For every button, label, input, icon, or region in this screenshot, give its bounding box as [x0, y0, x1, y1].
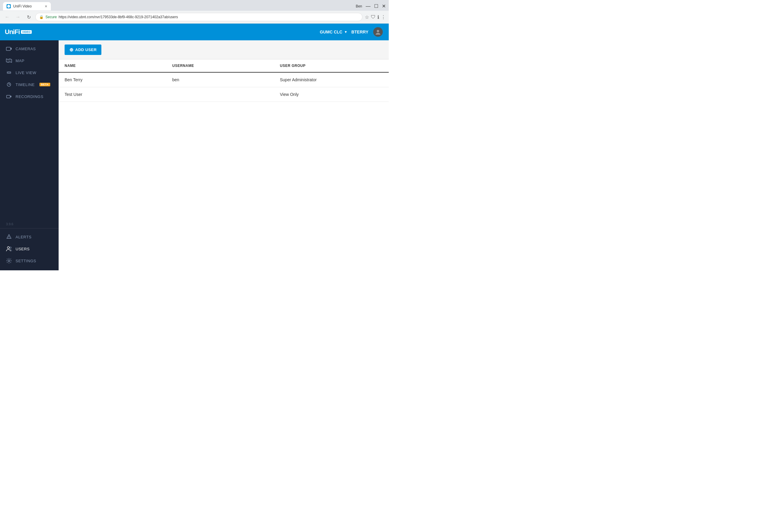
- org-name: GUMC CLC: [320, 30, 342, 34]
- tab-title: UniFi Video: [13, 4, 32, 8]
- table-header-row: NAME USERNAME USER GROUP: [59, 59, 389, 72]
- forward-button[interactable]: →: [14, 13, 22, 21]
- svg-rect-1: [6, 47, 10, 50]
- sidebar-item-cameras[interactable]: CAMERAS: [0, 43, 59, 55]
- live-view-label: LIVE VIEW: [16, 70, 36, 75]
- user-name-cell: Test User: [59, 87, 166, 102]
- add-user-button[interactable]: ⊕ ADD USER: [65, 45, 101, 55]
- timeline-icon: [6, 82, 12, 88]
- beta-badge: BETA: [39, 83, 50, 86]
- sidebar-item-timeline[interactable]: TIMELINE BETA: [0, 79, 59, 91]
- user-username-cell: ben: [166, 72, 274, 87]
- secure-label: Secure: [45, 15, 57, 19]
- info-icon: ℹ: [377, 14, 379, 20]
- sidebar: UniFi VIDEO CAMERAS: [0, 24, 59, 270]
- svg-point-13: [9, 237, 9, 238]
- map-label: MAP: [16, 59, 24, 63]
- browser-tab[interactable]: UniFi Video ×: [3, 2, 51, 10]
- svg-point-15: [10, 247, 11, 249]
- sidebar-version: 3.9.6: [0, 220, 59, 228]
- alerts-icon: [6, 234, 12, 240]
- settings-icon: [6, 258, 12, 264]
- avatar[interactable]: [373, 27, 383, 37]
- tab-close-button[interactable]: ×: [45, 4, 47, 9]
- table-row[interactable]: Test UserView Only: [59, 87, 389, 102]
- back-button[interactable]: ←: [3, 13, 11, 21]
- close-button[interactable]: ✕: [382, 4, 386, 9]
- top-bar: GUMC CLC ▾ BTERRY: [59, 24, 389, 40]
- browser-title-bar: UniFi Video × Ben — ☐ ✕: [0, 0, 389, 11]
- sidebar-item-recordings[interactable]: RECORDINGS: [0, 91, 59, 102]
- live-icon: [6, 70, 12, 76]
- maximize-button[interactable]: ☐: [374, 4, 378, 9]
- svg-point-16: [8, 260, 10, 262]
- settings-label: SETTINGS: [16, 259, 36, 263]
- users-table: NAME USERNAME USER GROUP Ben TerrybenSup…: [59, 59, 389, 102]
- plus-icon: ⊕: [69, 47, 73, 53]
- window-controls: Ben — ☐ ✕: [356, 4, 386, 9]
- logo-video: VIDEO: [21, 30, 32, 34]
- user-group-cell: View Only: [274, 87, 389, 102]
- sidebar-item-users[interactable]: USERS: [0, 243, 59, 255]
- window-user-label: Ben: [356, 4, 362, 8]
- users-label: USERS: [16, 247, 30, 251]
- main-content: GUMC CLC ▾ BTERRY ⊕ ADD USER: [59, 24, 389, 270]
- col-usergroup-header: USER GROUP: [274, 59, 389, 72]
- svg-rect-10: [7, 95, 10, 98]
- sidebar-bottom: ALERTS USERS: [0, 228, 59, 270]
- cameras-label: CAMERAS: [16, 47, 36, 51]
- shield-icon: 🛡: [371, 14, 376, 20]
- user-username-cell: [166, 87, 274, 102]
- svg-point-14: [7, 247, 10, 249]
- timeline-label: TIMELINE: [16, 82, 35, 87]
- sidebar-nav: CAMERAS MAP: [0, 40, 59, 220]
- browser-toolbar-icons: ☆ 🛡 ℹ ⋮: [365, 14, 386, 20]
- recordings-icon: [6, 93, 12, 99]
- camera-icon: [6, 46, 12, 52]
- content-area: ⊕ ADD USER NAME USERNAME USER GROUP Ben …: [59, 40, 389, 270]
- refresh-button[interactable]: ↻: [24, 13, 33, 21]
- toolbar: ⊕ ADD USER: [59, 40, 389, 59]
- org-selector[interactable]: GUMC CLC ▾: [320, 30, 347, 34]
- browser-chrome: UniFi Video × Ben — ☐ ✕ ← → ↻ 🔒 Secure h…: [0, 0, 389, 24]
- svg-marker-3: [6, 59, 12, 62]
- sidebar-item-alerts[interactable]: ALERTS: [0, 231, 59, 243]
- menu-icon[interactable]: ⋮: [381, 14, 386, 20]
- minimize-button[interactable]: —: [366, 4, 371, 9]
- tab-favicon: [7, 4, 11, 8]
- col-name-header: NAME: [59, 59, 166, 72]
- sidebar-item-live-view[interactable]: LIVE VIEW: [0, 67, 59, 79]
- table-row[interactable]: Ben TerrybenSuper Administrator: [59, 72, 389, 87]
- sidebar-logo: UniFi VIDEO: [0, 24, 59, 40]
- lock-icon: 🔒: [39, 15, 44, 19]
- address-bar[interactable]: 🔒 Secure https://video.ubnt.com/nvr/1795…: [35, 13, 362, 21]
- url-text: https://video.ubnt.com/nvr/179533de-8bf9…: [59, 15, 359, 19]
- logo-unifi: UniFi: [5, 28, 20, 36]
- sidebar-item-map[interactable]: MAP: [0, 55, 59, 67]
- svg-point-17: [377, 30, 379, 32]
- svg-point-0: [7, 5, 10, 8]
- map-icon: [6, 58, 12, 64]
- sidebar-item-settings[interactable]: SETTINGS: [0, 255, 59, 267]
- browser-toolbar: ← → ↻ 🔒 Secure https://video.ubnt.com/nv…: [0, 11, 389, 23]
- app-container: UniFi VIDEO CAMERAS: [0, 24, 389, 270]
- col-username-header: USERNAME: [166, 59, 274, 72]
- add-user-label: ADD USER: [75, 47, 97, 52]
- username-label: BTERRY: [351, 30, 368, 34]
- svg-point-6: [8, 72, 10, 73]
- bookmark-icon[interactable]: ☆: [365, 14, 369, 20]
- user-group-cell: Super Administrator: [274, 72, 389, 87]
- users-icon: [6, 246, 12, 252]
- user-name-cell: Ben Terry: [59, 72, 166, 87]
- chevron-down-icon: ▾: [345, 30, 347, 34]
- recordings-label: RECORDINGS: [16, 94, 43, 99]
- alerts-label: ALERTS: [16, 235, 31, 239]
